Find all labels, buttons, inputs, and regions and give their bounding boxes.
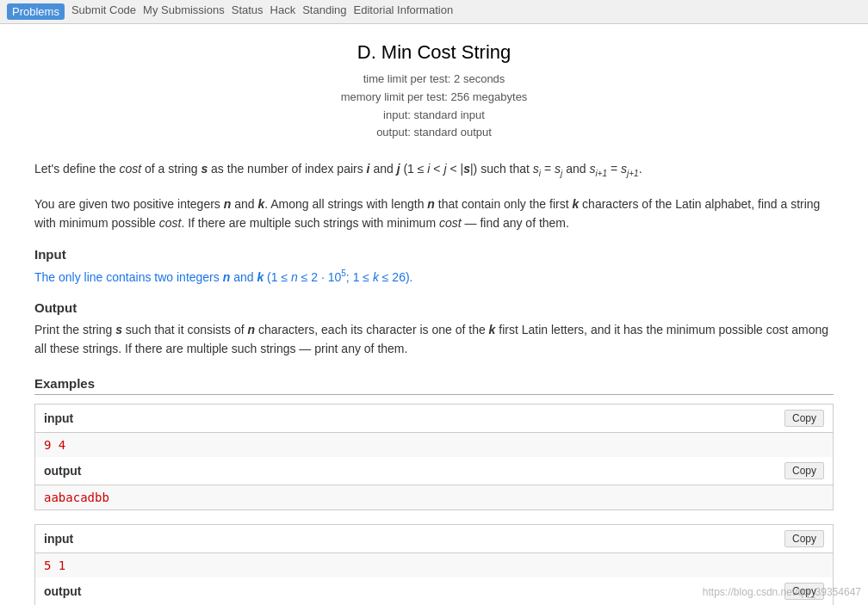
nav-editorial[interactable]: Editorial Information bbox=[354, 3, 454, 20]
problem-task: You are given two positive integers n an… bbox=[34, 194, 834, 233]
time-limit: time limit per test: 2 seconds bbox=[34, 71, 834, 89]
memory-limit: memory limit per test: 256 megabytes bbox=[34, 89, 834, 107]
example-2-input-copy[interactable]: Copy bbox=[784, 530, 824, 547]
example-1-input-copy[interactable]: Copy bbox=[784, 410, 824, 427]
nav-standing[interactable]: Standing bbox=[302, 3, 346, 20]
input-section-title: Input bbox=[34, 247, 834, 262]
watermark: https://blog.csdn.net/qq_39354647 bbox=[703, 586, 861, 598]
example-1-input-label: input bbox=[44, 411, 73, 425]
nav-status[interactable]: Status bbox=[232, 3, 264, 20]
example-1-output-value: aabacadbb bbox=[35, 485, 833, 509]
problem-meta: time limit per test: 2 seconds memory li… bbox=[34, 71, 834, 142]
output-type: output: standard output bbox=[34, 124, 834, 142]
example-2-output-label: output bbox=[44, 584, 82, 598]
example-1-output-label: output bbox=[44, 464, 82, 478]
example-1-input-header: input Copy bbox=[35, 404, 833, 433]
output-section-text: Print the string s such that it consists… bbox=[34, 320, 834, 359]
nav-submit-code[interactable]: Submit Code bbox=[71, 3, 136, 20]
example-1-input-value: 9 4 bbox=[35, 433, 833, 457]
input-type: input: standard input bbox=[34, 107, 834, 125]
example-2-input-header: input Copy bbox=[35, 525, 833, 553]
main-content: D. Min Cost String time limit per test: … bbox=[0, 24, 868, 605]
problem-description: Let's define the cost of a string s as t… bbox=[34, 159, 834, 181]
example-1-output-header: output Copy bbox=[35, 457, 833, 485]
examples-title: Examples bbox=[34, 376, 834, 395]
nav-problems[interactable]: Problems bbox=[7, 3, 65, 20]
top-navigation[interactable]: Problems Submit Code My Submissions Stat… bbox=[0, 0, 868, 24]
output-section-title: Output bbox=[34, 300, 834, 315]
input-section-text: The only line contains two integers n an… bbox=[34, 267, 834, 287]
nav-my-submissions[interactable]: My Submissions bbox=[143, 3, 225, 20]
example-2-input-value: 5 1 bbox=[35, 553, 833, 577]
example-1: input Copy 9 4 output Copy aabacadbb bbox=[34, 404, 834, 510]
example-1-output-copy[interactable]: Copy bbox=[784, 462, 824, 479]
nav-hack[interactable]: Hack bbox=[270, 3, 296, 20]
example-2-input-label: input bbox=[44, 532, 73, 546]
problem-title: D. Min Cost String bbox=[34, 41, 834, 64]
